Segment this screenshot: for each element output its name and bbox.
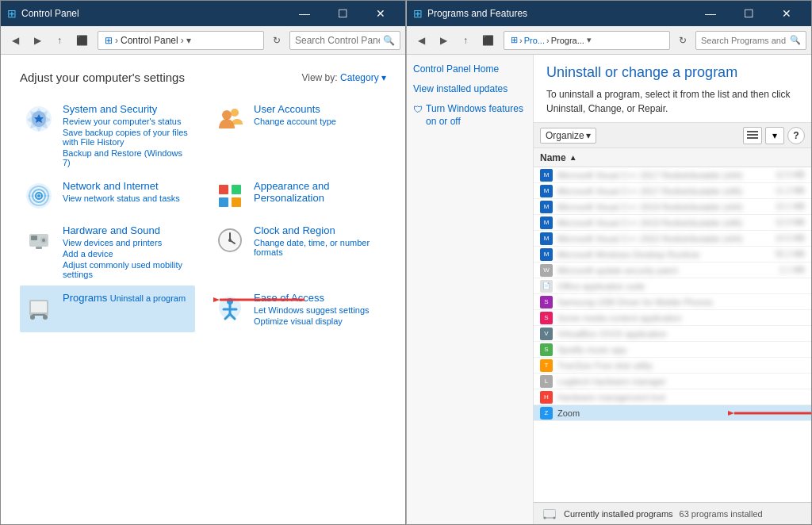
sidebar-view-updates[interactable]: View installed updates xyxy=(413,82,527,96)
pf-body: Control Panel Home View installed update… xyxy=(407,55,811,524)
svg-rect-37 xyxy=(747,134,758,136)
sidebar-windows-features[interactable]: 🛡 Turn Windows features on or off xyxy=(413,102,527,129)
network-link-1[interactable]: View network status and tasks xyxy=(63,194,192,203)
search-input-right[interactable] xyxy=(701,36,787,45)
search-input-left[interactable] xyxy=(295,35,380,46)
viewby-value[interactable]: Category ▾ xyxy=(340,72,386,83)
item-icon-2: M xyxy=(540,201,553,213)
refresh-btn-right[interactable]: ↻ xyxy=(673,31,692,50)
shield-icon: 🛡 xyxy=(413,103,423,117)
list-item[interactable]: M Microsoft Visual C++ 2022 Redistributa… xyxy=(534,231,811,247)
maximize-btn-right[interactable]: ☐ xyxy=(730,2,767,25)
item-icon-5: M xyxy=(540,248,553,261)
address-path-right[interactable]: ⊞ › Pro... › Progra... ▾ xyxy=(504,31,670,50)
uninstall-program-link[interactable]: Uninstall a program xyxy=(110,293,186,303)
list-header[interactable]: Name ▲ xyxy=(534,148,811,167)
back-btn-right[interactable]: ◀ xyxy=(412,31,431,50)
minimize-btn-right[interactable]: — xyxy=(692,2,729,25)
svg-point-1 xyxy=(222,110,232,120)
list-item[interactable]: M Microsoft Visual C++ 2019 Redistributa… xyxy=(534,215,811,231)
system-link-2[interactable]: Save backup copies of your files with Fi… xyxy=(63,128,192,147)
list-item[interactable]: S Spotify music app xyxy=(534,342,811,358)
item-icon-14: H xyxy=(540,391,553,404)
network-title[interactable]: Network and Internet xyxy=(63,180,159,192)
close-btn-right[interactable]: ✕ xyxy=(768,2,805,25)
clock-link-1[interactable]: Change date, time, or number formats xyxy=(254,238,383,257)
minimize-btn-left[interactable]: — xyxy=(286,2,323,25)
svg-rect-14 xyxy=(31,236,37,240)
list-item[interactable]: S Some media content application xyxy=(534,310,811,326)
recent-btn-left[interactable]: ⬛ xyxy=(72,31,91,50)
clock-icon xyxy=(214,224,246,256)
status-icon xyxy=(542,506,557,522)
item-name-7: Office application suite xyxy=(557,282,805,291)
forward-btn-right[interactable]: ▶ xyxy=(434,31,453,50)
status-count: 63 programs installed xyxy=(680,509,763,519)
network-icon xyxy=(23,180,55,212)
programs-features-window: ⊞ Programs and Features — ☐ ✕ ◀ ▶ ↑ ⬛ ⊞ … xyxy=(406,0,812,525)
hardware-link-1[interactable]: View devices and printers xyxy=(63,238,192,247)
item-icon-8: S xyxy=(540,296,553,308)
list-item[interactable]: 📄 Office application suite xyxy=(534,278,811,294)
list-item[interactable]: W Microsoft update security patch 2.1 MB xyxy=(534,262,811,278)
up-btn-left[interactable]: ↑ xyxy=(50,31,69,50)
item-size-2: 13.1 MB xyxy=(776,202,805,211)
search-box-right[interactable]: 🔍 xyxy=(695,31,806,50)
appearance-title[interactable]: Appearance and Personalization xyxy=(254,180,329,204)
list-item[interactable]: M Microsoft Visual C++ 2017 Redistributa… xyxy=(534,183,811,199)
sort-icon: ▲ xyxy=(569,153,577,162)
hardware-title[interactable]: Hardware and Sound xyxy=(63,224,160,236)
item-size-4: 14.5 MB xyxy=(776,234,805,243)
hardware-link-3[interactable]: Adjust commonly used mobility settings xyxy=(63,260,192,279)
hardware-link-2[interactable]: Add a device xyxy=(63,249,192,259)
system-link-1[interactable]: Review your computer's status xyxy=(63,117,192,126)
back-btn-left[interactable]: ◀ xyxy=(6,31,25,50)
close-btn-left[interactable]: ✕ xyxy=(362,2,399,25)
search-icon-right: 🔍 xyxy=(790,35,801,45)
item-name-3: Microsoft Visual C++ 2019 Redistributabl… xyxy=(557,218,771,228)
system-link-3[interactable]: Backup and Restore (Windows 7) xyxy=(63,148,192,167)
list-item[interactable]: M Microsoft Windows Desktop Runtime 55.2… xyxy=(534,247,811,262)
view-list-btn[interactable] xyxy=(743,127,762,144)
sidebar-control-panel-home[interactable]: Control Panel Home xyxy=(413,63,527,76)
ease-link-1[interactable]: Let Windows suggest settings xyxy=(254,305,383,315)
svg-rect-42 xyxy=(544,510,555,517)
ease-link-2[interactable]: Optimize visual display xyxy=(254,316,383,326)
user-accounts-icon xyxy=(214,103,246,135)
list-item[interactable]: S Samsung USB Driver for Mobile Phones xyxy=(534,294,811,310)
view-details-btn[interactable]: ▾ xyxy=(765,127,784,144)
user-accounts-link-1[interactable]: Change account type xyxy=(254,117,383,126)
address-path-left[interactable]: ⊞ › Control Panel › ▾ xyxy=(98,31,264,50)
ease-title[interactable]: Ease of Access xyxy=(254,292,324,304)
organize-arrow-icon: ▾ xyxy=(586,130,591,141)
organize-btn[interactable]: Organize ▾ xyxy=(540,128,596,144)
list-item[interactable]: M Microsoft Visual C++ 2017 Redistributa… xyxy=(534,167,811,183)
pf-main-title: Uninstall or change a program xyxy=(546,64,799,81)
user-accounts-title[interactable]: User Accounts xyxy=(254,103,320,115)
list-item[interactable]: V VirtualBox XXXX application xyxy=(534,326,811,342)
list-item[interactable]: T TreeSize Free disk utility xyxy=(534,358,811,374)
list-item[interactable]: L Logitech hardware manager xyxy=(534,374,811,389)
list-item[interactable]: H Hardware management tool xyxy=(534,389,811,405)
refresh-btn-left[interactable]: ↻ xyxy=(267,31,286,50)
svg-rect-9 xyxy=(219,185,228,194)
zoom-list-item[interactable]: Z Zoom xyxy=(534,405,811,421)
svg-rect-38 xyxy=(747,137,758,139)
recent-btn-right[interactable]: ⬛ xyxy=(478,31,497,50)
item-name-5: Microsoft Windows Desktop Runtime xyxy=(557,250,771,259)
list-view-icon xyxy=(747,130,758,141)
help-btn[interactable]: ? xyxy=(787,127,805,144)
svg-point-44 xyxy=(553,516,556,519)
system-title[interactable]: System and Security xyxy=(63,103,157,115)
item-icon-12: T xyxy=(540,359,553,372)
forward-btn-left[interactable]: ▶ xyxy=(28,31,47,50)
up-btn-right[interactable]: ↑ xyxy=(456,31,475,50)
addr-part2: Progra... xyxy=(551,36,584,45)
search-box-left[interactable]: 🔍 xyxy=(289,31,400,50)
programs-title[interactable]: Programs xyxy=(63,292,107,304)
list-item[interactable]: M Microsoft Visual C++ 2019 Redistributa… xyxy=(534,199,811,215)
status-bar: Currently installed programs 63 programs… xyxy=(534,502,811,524)
maximize-btn-left[interactable]: ☐ xyxy=(324,2,361,25)
address-bar-right: ◀ ▶ ↑ ⬛ ⊞ › Pro... › Progra... ▾ ↻ 🔍 xyxy=(407,26,811,55)
clock-title[interactable]: Clock and Region xyxy=(254,224,335,236)
